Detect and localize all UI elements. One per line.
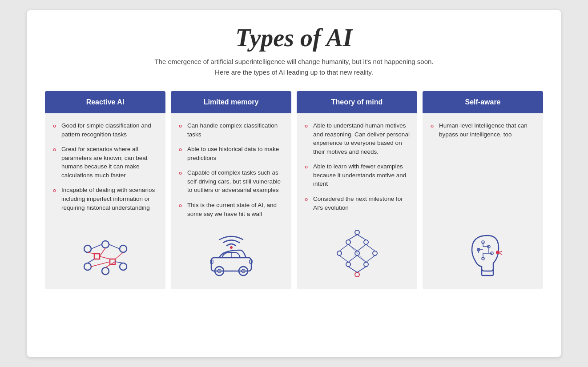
- svg-line-9: [109, 244, 120, 249]
- svg-line-8: [91, 244, 102, 249]
- col-theory-of-mind: Theory of mind ⚬Able to understand human…: [297, 91, 417, 289]
- col-theory-of-mind-header: Theory of mind: [297, 91, 417, 113]
- bullet-icon: ⚬: [177, 144, 184, 156]
- svg-point-35: [355, 272, 359, 277]
- bullet-icon: ⚬: [177, 121, 184, 132]
- svg-line-41: [366, 244, 375, 251]
- svg-line-15: [115, 262, 123, 263]
- limited-memory-bullet-list: ⚬Can handle complex classification tasks…: [177, 121, 285, 224]
- svg-point-3: [84, 263, 91, 270]
- col-theory-of-mind-body: ⚬Able to understand human motives and re…: [297, 113, 417, 289]
- list-item: ⚬Good for simple classification and patt…: [51, 121, 159, 139]
- col-reactive: Reactive AI ⚬Good for simple classificat…: [45, 91, 165, 289]
- list-item: ⚬Considered the next milestone for AI's …: [303, 195, 411, 212]
- self-aware-icon-area: [429, 227, 537, 285]
- svg-point-32: [373, 251, 377, 255]
- col-self-aware: Self-aware ⚬Human-level intelligence tha…: [423, 91, 543, 289]
- svg-line-67: [499, 253, 502, 255]
- svg-point-29: [364, 240, 368, 244]
- svg-point-33: [346, 262, 350, 267]
- subtitle: The emergence of artificial superintelli…: [45, 56, 543, 78]
- svg-point-5: [120, 263, 127, 270]
- list-item: ⚬Great for scenarios where all parameter…: [51, 145, 159, 180]
- theory-of-mind-bullet-list: ⚬Able to understand human motives and re…: [303, 121, 411, 218]
- list-item: ⚬Capable of complex tasks such as self-d…: [177, 168, 285, 195]
- svg-point-27: [355, 230, 359, 235]
- list-item: ⚬Able to learn with fewer examples becau…: [303, 162, 411, 188]
- svg-point-0: [84, 245, 91, 252]
- list-item: ⚬Able to understand human motives and re…: [303, 121, 411, 156]
- bullet-icon: ⚬: [303, 162, 310, 173]
- svg-point-28: [346, 240, 350, 244]
- theory-of-mind-icon: [333, 229, 382, 282]
- svg-point-34: [364, 262, 368, 267]
- col-self-aware-header: Self-aware: [423, 91, 543, 113]
- svg-line-10: [88, 252, 94, 254]
- svg-line-42: [339, 255, 348, 262]
- col-reactive-header: Reactive AI: [45, 91, 165, 113]
- svg-rect-19: [211, 258, 251, 271]
- col-limited-memory-header: Limited memory: [171, 91, 291, 113]
- theory-of-mind-icon-area: [303, 224, 411, 285]
- bullet-icon: ⚬: [177, 200, 184, 211]
- svg-line-13: [115, 252, 123, 259]
- svg-line-16: [91, 262, 110, 267]
- svg-line-43: [348, 255, 357, 262]
- bullet-icon: ⚬: [51, 121, 58, 132]
- svg-line-46: [348, 267, 357, 272]
- limited-memory-icon: [202, 233, 260, 282]
- list-item: ⚬Can handle complex classification tasks: [177, 121, 285, 139]
- list-item: ⚬Human-level intelligence that can bypas…: [429, 121, 537, 139]
- list-item: ⚬Able to use historical data to make pre…: [177, 145, 285, 162]
- svg-point-4: [102, 267, 109, 275]
- limited-memory-icon-area: [177, 229, 285, 285]
- svg-line-45: [366, 255, 375, 262]
- page-header: Types of AI The emergence of artificial …: [45, 24, 543, 78]
- svg-point-30: [337, 251, 342, 255]
- col-self-aware-body: ⚬Human-level intelligence that can bypas…: [423, 113, 543, 289]
- bullet-icon: ⚬: [303, 121, 310, 132]
- svg-line-36: [348, 235, 357, 240]
- bullet-icon: ⚬: [429, 121, 435, 132]
- reactive-icon-area: [51, 233, 159, 285]
- bullet-icon: ⚬: [51, 185, 58, 196]
- svg-line-37: [357, 235, 366, 240]
- page-title: Types of AI: [45, 24, 543, 52]
- svg-line-11: [100, 248, 105, 256]
- self-aware-icon: [459, 231, 507, 282]
- self-aware-bullet-list: ⚬Human-level intelligence that can bypas…: [429, 121, 537, 145]
- svg-line-39: [348, 244, 357, 251]
- columns-grid: Reactive AI ⚬Good for simple classificat…: [45, 91, 543, 289]
- svg-line-12: [100, 256, 110, 259]
- col-limited-memory-body: ⚬Can handle complex classification tasks…: [171, 113, 291, 289]
- svg-rect-6: [94, 254, 100, 259]
- svg-point-65: [496, 251, 499, 254]
- list-item: ⚬This is the current state of AI, and so…: [177, 201, 285, 218]
- bullet-icon: ⚬: [177, 168, 184, 179]
- col-reactive-body: ⚬Good for simple classification and patt…: [45, 113, 165, 289]
- svg-line-47: [357, 267, 366, 272]
- svg-line-44: [357, 255, 366, 262]
- svg-line-40: [357, 244, 366, 251]
- main-card: Types of AI The emergence of artificial …: [27, 10, 561, 357]
- bullet-icon: ⚬: [51, 144, 58, 156]
- list-item: ⚬Incapable of dealing with scenarios inc…: [51, 186, 159, 212]
- svg-line-66: [499, 251, 502, 252]
- svg-point-2: [120, 245, 127, 252]
- svg-point-18: [230, 246, 233, 249]
- bullet-icon: ⚬: [303, 194, 310, 205]
- col-limited-memory: Limited memory ⚬Can handle complex class…: [171, 91, 291, 289]
- svg-line-14: [88, 259, 94, 263]
- reactive-icon: [79, 238, 132, 282]
- svg-line-38: [339, 244, 348, 251]
- svg-point-1: [102, 241, 109, 248]
- reactive-bullet-list: ⚬Good for simple classification and patt…: [51, 121, 159, 218]
